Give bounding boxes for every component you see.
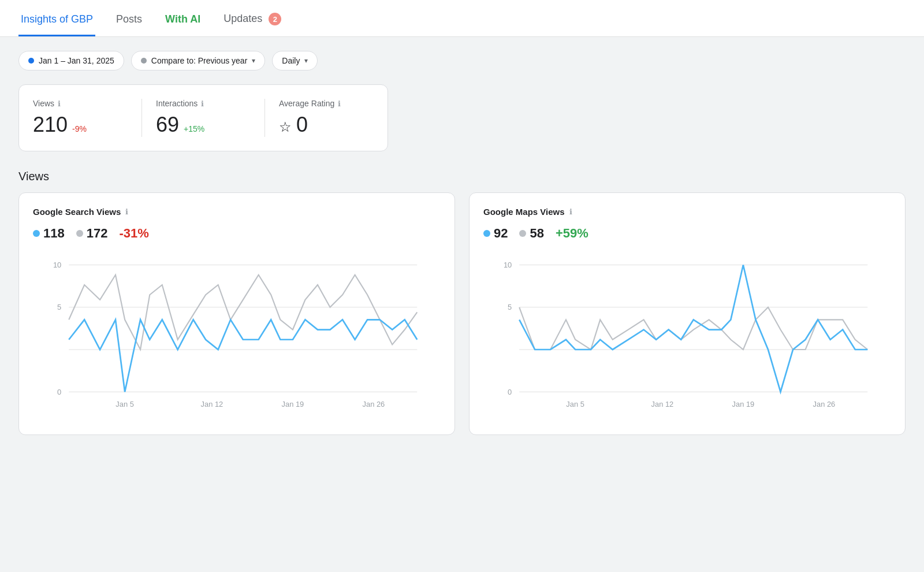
svg-text:Jan 5: Jan 5: [116, 400, 134, 408]
search-chart-svg: 10 5 0 Jan 5 Jan 12 Jan 19 Jan 26: [33, 252, 441, 414]
svg-text:0: 0: [508, 388, 512, 396]
search-previous-legend: 172: [76, 226, 108, 241]
search-info-icon: ℹ: [125, 207, 128, 216]
search-current-dot: [33, 230, 40, 237]
maps-change-legend: +59%: [556, 226, 588, 241]
maps-chart-legend: 92 58 +59%: [483, 226, 891, 241]
svg-text:Jan 26: Jan 26: [363, 400, 385, 408]
svg-text:Jan 26: Jan 26: [813, 400, 836, 408]
charts-row: Google Search Views ℹ 118 172 -31%: [18, 192, 906, 435]
svg-text:10: 10: [504, 261, 512, 269]
svg-text:5: 5: [508, 303, 512, 311]
interactions-info-icon: ℹ: [201, 99, 204, 108]
main-content: Jan 1 – Jan 31, 2025 Compare to: Previou…: [0, 37, 924, 449]
compare-dot: [141, 58, 147, 64]
views-section-title: Views: [18, 170, 906, 183]
maps-info-icon: ℹ: [569, 207, 572, 216]
maps-previous-legend: 58: [519, 226, 543, 241]
date-dot: [28, 58, 34, 64]
filters-row: Jan 1 – Jan 31, 2025 Compare to: Previou…: [18, 51, 906, 70]
stat-interactions: Interactions ℹ 69 +15%: [156, 99, 265, 137]
search-chart-container: 10 5 0 Jan 5 Jan 12 Jan 19 Jan 26: [33, 252, 441, 414]
svg-text:Jan 19: Jan 19: [282, 400, 304, 408]
rating-info-icon: ℹ: [338, 99, 341, 108]
tab-posts[interactable]: Posts: [114, 13, 144, 36]
maps-chart-title: Google Maps Views ℹ: [483, 207, 891, 217]
maps-chart-container: 10 5 0 Jan 5 Jan 12 Jan 19 Jan 26: [483, 252, 891, 414]
compare-chevron-icon: ▾: [252, 57, 255, 65]
svg-text:Jan 12: Jan 12: [201, 400, 223, 408]
search-current-legend: 118: [33, 226, 65, 241]
stats-card: Views ℹ 210 -9% Interactions ℹ 69 +15% A…: [18, 84, 388, 151]
svg-text:Jan 19: Jan 19: [732, 400, 755, 408]
stat-views: Views ℹ 210 -9%: [33, 99, 142, 137]
svg-text:Jan 5: Jan 5: [566, 400, 584, 408]
maps-current-legend: 92: [483, 226, 508, 241]
search-change-legend: -31%: [119, 226, 148, 241]
star-icon: ☆: [279, 119, 292, 135]
views-info-icon: ℹ: [58, 99, 61, 108]
svg-text:Jan 12: Jan 12: [651, 400, 674, 408]
search-views-card: Google Search Views ℹ 118 172 -31%: [18, 192, 455, 435]
tab-insights[interactable]: Insights of GBP: [18, 13, 95, 36]
frequency-button[interactable]: Daily ▾: [272, 51, 318, 70]
maps-current-dot: [483, 230, 490, 237]
svg-text:0: 0: [57, 388, 61, 396]
compare-button[interactable]: Compare to: Previous year ▾: [131, 51, 266, 70]
frequency-chevron-icon: ▾: [304, 57, 308, 65]
search-chart-title: Google Search Views ℹ: [33, 207, 441, 217]
search-previous-dot: [76, 230, 83, 237]
maps-previous-dot: [519, 230, 526, 237]
top-navigation: Insights of GBP Posts With AI Updates 2: [0, 0, 924, 37]
updates-badge: 2: [269, 13, 281, 25]
date-range-button[interactable]: Jan 1 – Jan 31, 2025: [18, 51, 124, 70]
stat-avg-rating: Average Rating ℹ ☆ 0: [279, 99, 374, 137]
maps-chart-svg: 10 5 0 Jan 5 Jan 12 Jan 19 Jan 26: [483, 252, 891, 414]
tab-updates[interactable]: Updates 2: [221, 13, 284, 37]
tab-with-ai[interactable]: With AI: [163, 13, 203, 36]
svg-text:10: 10: [53, 261, 61, 269]
search-chart-legend: 118 172 -31%: [33, 226, 441, 241]
svg-text:5: 5: [57, 303, 61, 311]
maps-views-card: Google Maps Views ℹ 92 58 +59%: [469, 192, 906, 435]
